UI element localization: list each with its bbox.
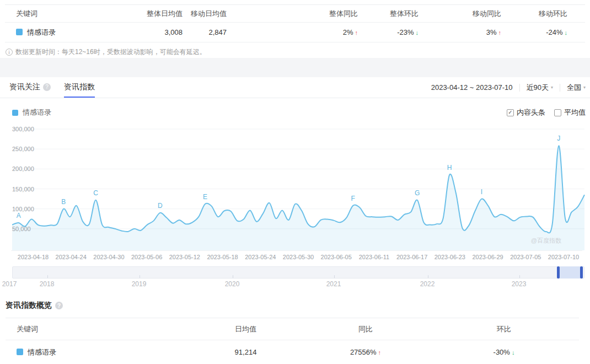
col-keyword: 关键词 <box>6 318 189 340</box>
up-arrow-icon: ↑ <box>355 29 358 36</box>
slider-tick <box>519 275 520 278</box>
overview-header-row: 关键词 日均值 同比 环比 <box>6 318 579 340</box>
news-index-card: 资讯关注 ? 资讯指数 2023-04-12 ~ 2023-07-10 近90天… <box>0 77 590 364</box>
keyword-label: 情感语录 <box>27 28 56 36</box>
checkbox-average-value[interactable]: 平均值 <box>554 108 586 117</box>
legend-row: 情感语录 ✓ 内容头条 平均值 <box>0 107 590 118</box>
overview-table: 关键词 日均值 同比 环比 情感语录 91,214 27556%↑ -30%↓ <box>6 318 579 364</box>
timeline-year-2020: 2020 <box>225 280 240 288</box>
overview-section-title: 资讯指数概览 ? <box>0 301 590 311</box>
help-icon[interactable]: ? <box>43 83 51 91</box>
mobile-mom-value: -24%↓ <box>501 23 585 42</box>
x-tick-label: 2023-05-24 <box>245 254 276 260</box>
chart-controls: 2023-04-12 ~ 2023-07-10 近90天 ▾ 全国 ▾ <box>431 77 590 98</box>
date-range-display[interactable]: 2023-04-12 ~ 2023-07-10 <box>431 83 513 92</box>
x-tick-label: 2023-07-05 <box>510 254 541 260</box>
tab-news-attention[interactable]: 资讯关注 ? <box>9 77 51 98</box>
keyword-color-swatch <box>17 349 23 355</box>
trend-area <box>12 146 584 250</box>
checked-checkbox-icon: ✓ <box>507 109 514 116</box>
overall-daily-avg-value: 3,008 <box>137 23 183 42</box>
slider-left-handle[interactable] <box>557 266 560 279</box>
keyword-cell[interactable]: 情感语录 <box>6 340 189 364</box>
keyword-summary-table: 关键词 整体日均值 移动日均值 整体同比 整体环比 移动同比 移动环比 情感语录… <box>5 4 585 42</box>
mobile-yoy-value: 3%↑ <box>419 23 501 42</box>
x-tick-label: 2023-06-11 <box>359 254 389 260</box>
baidu-index-watermark: @百度指数 <box>531 237 561 245</box>
daily-avg-value: 91,214 <box>189 340 302 364</box>
col-overall-daily-avg: 整体日均值 <box>137 5 183 23</box>
keyword-color-swatch <box>16 29 23 35</box>
col-mobile-mom: 移动环比 <box>501 5 585 23</box>
timeline-year-2021: 2021 <box>326 280 341 288</box>
slider-tick <box>233 275 233 278</box>
chevron-down-icon: ▾ <box>583 85 586 90</box>
mobile-daily-avg-value: 2,847 <box>183 23 227 42</box>
timeline-year-labels: 2017201820192020202120222023 <box>12 279 584 288</box>
chart-options: ✓ 内容头条 平均值 <box>507 108 586 117</box>
divider <box>519 84 520 92</box>
legend-color-swatch <box>12 110 18 116</box>
up-arrow-icon: ↑ <box>378 349 382 356</box>
section-divider-band <box>0 58 590 77</box>
keyword-cell[interactable]: 情感语录 <box>5 23 137 42</box>
col-mobile-yoy: 移动同比 <box>419 5 501 23</box>
region-selector[interactable]: 全国 ▾ <box>567 83 586 93</box>
x-tick-label: 2023-05-12 <box>169 254 200 260</box>
keyword-summary-card: 关键词 整体日均值 移动日均值 整体同比 整体环比 移动同比 移动环比 情感语录… <box>0 0 590 58</box>
x-tick-label: 2023-06-29 <box>472 254 503 260</box>
slider-tick <box>140 275 140 278</box>
overview-data-row: 情感语录 91,214 27556%↑ -30%↓ <box>6 340 579 364</box>
help-icon[interactable]: ? <box>55 302 63 309</box>
x-axis-labels: 2023-04-182023-04-242023-04-302023-05-06… <box>11 253 586 261</box>
col-keyword: 关键词 <box>5 5 137 23</box>
slider-right-handle[interactable] <box>580 266 583 279</box>
overall-yoy-value: 2%↑ <box>227 23 358 42</box>
timeline-year-2023: 2023 <box>512 280 527 288</box>
chevron-down-icon: ▾ <box>551 85 553 90</box>
period-selector[interactable]: 近90天 ▾ <box>527 83 553 93</box>
timeline-year-2017: 2017 <box>2 280 17 288</box>
slider-tick <box>334 275 335 278</box>
trend-chart[interactable]: ABCDEFGHIJ 50,000100,000150,000200,00025… <box>11 125 582 251</box>
x-tick-label: 2023-06-23 <box>435 254 465 260</box>
col-overall-mom: 整体环比 <box>358 5 419 23</box>
col-overall-yoy: 整体同比 <box>227 5 358 23</box>
x-tick-label: 2023-04-18 <box>18 254 49 260</box>
x-tick-label: 2023-04-24 <box>56 254 87 260</box>
unchecked-checkbox-icon <box>554 109 561 116</box>
checkbox-content-headlines[interactable]: ✓ 内容头条 <box>507 108 545 117</box>
mom-value: -30%↓ <box>429 340 579 364</box>
down-arrow-icon: ↓ <box>512 349 515 356</box>
divider <box>560 84 560 92</box>
peak-label-I: I <box>481 188 482 196</box>
trend-chart-svg: ABCDEFGHIJ <box>12 125 587 251</box>
x-tick-label: 2023-06-17 <box>396 254 427 260</box>
slider-tick <box>47 275 48 278</box>
peak-label-A: A <box>17 212 21 220</box>
peak-label-H: H <box>447 164 452 172</box>
down-arrow-icon: ↓ <box>565 29 568 36</box>
tab-news-index[interactable]: 资讯指数 <box>64 77 95 98</box>
legend-label: 情感语录 <box>23 108 51 117</box>
peak-label-F: F <box>351 195 355 202</box>
timeline-year-2018: 2018 <box>40 280 55 288</box>
col-mom: 环比 <box>429 318 579 340</box>
tabs-bar: 资讯关注 ? 资讯指数 2023-04-12 ~ 2023-07-10 近90天… <box>0 77 590 98</box>
x-tick-label: 2023-06-05 <box>321 254 352 260</box>
slider-selected-range[interactable] <box>557 266 583 279</box>
summary-data-row: 情感语录 3,008 2,847 2%↑ -23%↓ 3%↑ -24%↓ <box>5 23 585 42</box>
col-mobile-daily-avg: 移动日均值 <box>183 5 227 23</box>
info-icon: i <box>6 49 13 56</box>
x-tick-label: 2023-05-18 <box>207 254 238 260</box>
peak-label-B: B <box>61 198 66 206</box>
x-tick-label: 2023-05-06 <box>131 254 162 260</box>
x-tick-label: 2023-05-30 <box>283 254 314 260</box>
timeline-zoom-slider[interactable] <box>12 266 584 279</box>
timeline-year-2019: 2019 <box>132 280 147 288</box>
summary-header-row: 关键词 整体日均值 移动日均值 整体同比 整体环比 移动同比 移动环比 <box>5 5 585 23</box>
peak-label-C: C <box>93 189 98 197</box>
legend-item-keyword[interactable]: 情感语录 <box>12 108 51 117</box>
news-index-overview-section: 资讯指数概览 ? 关键词 日均值 同比 环比 情感语录 9 <box>0 301 590 364</box>
timeline-year-2022: 2022 <box>420 280 435 288</box>
